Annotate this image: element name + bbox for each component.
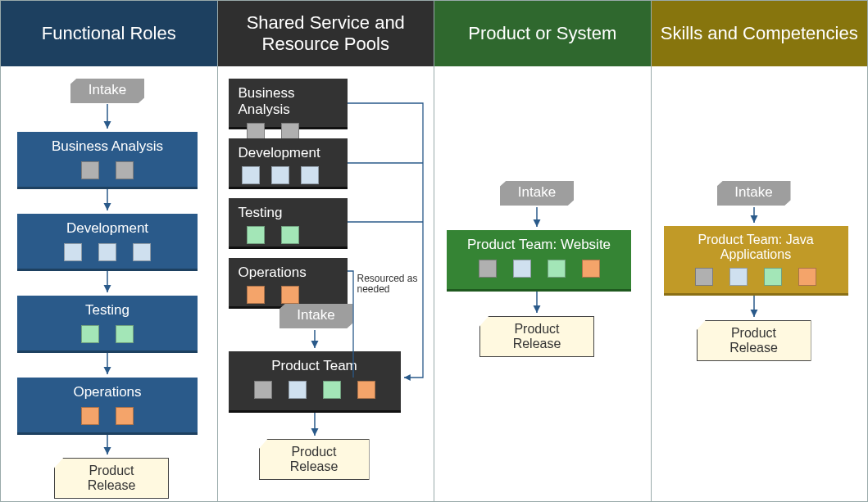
- flow-arrows: [434, 66, 651, 501]
- col-header-functional: Functional Roles: [1, 1, 217, 66]
- col-body-product: Intake Product Team: Website Product Rel…: [434, 66, 651, 501]
- flow-arrows: [652, 66, 868, 501]
- col-body-skills: Intake Product Team: Java Applications P…: [652, 66, 868, 501]
- col-product-system: Product or System Intake Product Team: W…: [434, 1, 652, 501]
- col-body-shared: Business Analysis Development Testing: [218, 66, 434, 501]
- col-functional-roles: Functional Roles Intake Business Analysi…: [1, 1, 218, 501]
- col-shared-service: Shared Service and Resource Pools Busine…: [218, 1, 435, 501]
- flow-arrows: [218, 66, 434, 501]
- col-skills: Skills and Competencies Intake Product T…: [652, 1, 868, 501]
- flow-arrows: [1, 66, 217, 501]
- col-header-product: Product or System: [434, 1, 651, 66]
- col-header-skills: Skills and Competencies: [652, 1, 868, 66]
- col-body-functional: Intake Business Analysis Development Tes…: [1, 66, 217, 501]
- diagram-grid: Functional Roles Intake Business Analysi…: [0, 0, 868, 502]
- col-header-shared: Shared Service and Resource Pools: [218, 1, 434, 66]
